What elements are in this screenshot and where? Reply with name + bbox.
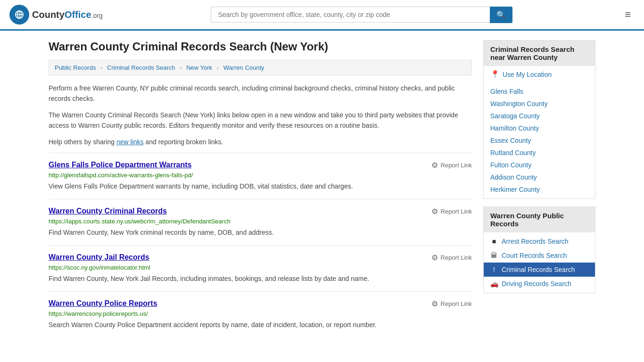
pub-record-item[interactable]: ! Criminal Records Search (484, 263, 595, 277)
logo-area: CountyOffice.org (9, 5, 103, 25)
record-title[interactable]: Glens Falls Police Department Warrants (49, 161, 192, 169)
pub-record-item[interactable]: 🏛 Court Records Search (484, 248, 595, 263)
report-icon: ⚙ (431, 207, 438, 216)
nearby-link[interactable]: Herkimer County (490, 186, 540, 193)
para3-after: and reporting broken links. (144, 138, 223, 146)
record-desc: Find Warren County, New York Jail Record… (49, 274, 472, 284)
description-para3: Help others by sharing new links and rep… (49, 137, 472, 147)
records-list: Glens Falls Police Department Warrants ⚙… (49, 153, 472, 337)
breadcrumb-public-records[interactable]: Public Records (55, 64, 96, 71)
nearby-list-item: Essex County (484, 134, 595, 147)
menu-button[interactable]: ≡ (621, 7, 635, 23)
new-links-link[interactable]: new links (116, 138, 144, 146)
nearby-link[interactable]: Saratoga County (490, 112, 540, 120)
report-icon: ⚙ (431, 161, 438, 170)
report-label: Report Link (441, 208, 472, 215)
record-item: Warren County Jail Records ⚙ Report Link… (49, 245, 472, 291)
nearby-list-item: Fulton County (484, 159, 595, 171)
breadcrumb-sep3: › (217, 64, 219, 71)
search-icon: 🔍 (496, 11, 506, 19)
public-records-section: Warren County Public Records ■ Arrest Re… (483, 206, 595, 293)
nearby-link[interactable]: Glens Falls (490, 88, 523, 95)
record-header: Warren County Police Reports ⚙ Report Li… (49, 299, 472, 308)
para3-before: Help others by sharing (49, 138, 116, 146)
public-records-list: ■ Arrest Records Search 🏛 Court Records … (484, 232, 595, 293)
report-link[interactable]: ⚙ Report Link (431, 299, 472, 308)
pub-record-link[interactable]: Arrest Records Search (502, 238, 569, 245)
record-desc: View Glens Falls Police Department warra… (49, 181, 472, 191)
nearby-link[interactable]: Addison County (490, 173, 537, 181)
record-item: Warren County Criminal Records ⚙ Report … (49, 199, 472, 245)
search-input[interactable] (211, 7, 490, 23)
description-para1: Perform a free Warren County, NY public … (49, 83, 472, 104)
record-desc: Search Warren County Police Department a… (49, 320, 472, 330)
logo-icon (9, 5, 29, 25)
record-url[interactable]: https://scoc.ny.gov/inmatelocator.html (49, 264, 472, 271)
nearby-header: Criminal Records Search near Warren Coun… (484, 41, 595, 66)
logo-text: CountyOffice.org (32, 9, 103, 20)
report-link[interactable]: ⚙ Report Link (431, 253, 472, 262)
nearby-link[interactable]: Washington County (490, 100, 548, 107)
rec-icon: ■ (490, 238, 498, 245)
content-area: Warren County Criminal Records Search (N… (49, 40, 472, 337)
nearby-link[interactable]: Rutland County (490, 149, 536, 156)
nearby-link[interactable]: Essex County (490, 137, 531, 144)
record-item: Warren County Police Reports ⚙ Report Li… (49, 291, 472, 337)
sidebar: Criminal Records Search near Warren Coun… (483, 40, 595, 337)
pub-record-item[interactable]: 🚗 Driving Records Search (484, 277, 595, 291)
report-link[interactable]: ⚙ Report Link (431, 207, 472, 216)
menu-icon: ≡ (625, 8, 631, 20)
nearby-list-item: Washington County (484, 98, 595, 110)
record-header: Glens Falls Police Department Warrants ⚙… (49, 161, 472, 170)
report-label: Report Link (441, 254, 472, 261)
breadcrumb-sep2: › (180, 64, 182, 71)
record-desc: Find Warren County, New York criminal re… (49, 228, 472, 238)
report-label: Report Link (441, 162, 472, 169)
nearby-section: Criminal Records Search near Warren Coun… (483, 40, 595, 199)
record-title[interactable]: Warren County Jail Records (49, 253, 149, 262)
pub-record-link[interactable]: Court Records Search (502, 252, 567, 259)
nearby-list-item: Herkimer County (484, 183, 595, 196)
report-icon: ⚙ (431, 299, 438, 308)
nearby-list-item: Addison County (484, 171, 595, 183)
report-link[interactable]: ⚙ Report Link (431, 161, 472, 170)
page-title: Warren County Criminal Records Search (N… (49, 40, 472, 53)
location-icon: 📍 (490, 70, 500, 79)
description-para2: The Warren County Criminal Records Searc… (49, 110, 472, 131)
breadcrumb-warren-county[interactable]: Warren County (223, 64, 264, 71)
breadcrumb-sep: › (100, 64, 102, 71)
record-title[interactable]: Warren County Criminal Records (49, 207, 167, 215)
record-url[interactable]: https://iapps.courts.state.ny.us/webcrim… (49, 218, 472, 225)
record-header: Warren County Jail Records ⚙ Report Link (49, 253, 472, 262)
use-location-label: Use My Location (503, 71, 552, 78)
breadcrumb: Public Records › Criminal Records Search… (49, 60, 472, 75)
site-header: CountyOffice.org 🔍 ≡ (0, 0, 644, 31)
nearby-list-item: Glens Falls (484, 85, 595, 98)
report-icon: ⚙ (431, 253, 438, 262)
rec-icon: ! (490, 266, 498, 273)
record-url[interactable]: http://glensfallspd.com/active-warrants-… (49, 172, 472, 179)
nearby-link[interactable]: Hamilton County (490, 124, 539, 132)
nearby-list-item: Rutland County (484, 147, 595, 159)
search-area: 🔍 (211, 7, 512, 23)
nearby-list: Glens FallsWashington CountySaratoga Cou… (484, 82, 595, 198)
nearby-list-item: Hamilton County (484, 122, 595, 134)
search-button[interactable]: 🔍 (490, 7, 512, 23)
record-header: Warren County Criminal Records ⚙ Report … (49, 207, 472, 216)
breadcrumb-new-york[interactable]: New York (186, 64, 212, 71)
use-location-button[interactable]: 📍 Use My Location (484, 66, 595, 82)
report-label: Report Link (441, 300, 472, 307)
rec-icon: 🚗 (490, 280, 498, 288)
rec-icon: 🏛 (490, 252, 498, 259)
nearby-link[interactable]: Fulton County (490, 161, 531, 169)
pub-record-link[interactable]: Driving Records Search (502, 280, 571, 288)
pub-record-link[interactable]: Criminal Records Search (502, 266, 575, 273)
record-url[interactable]: https://warrencsony.policereports.us/ (49, 310, 472, 317)
record-title[interactable]: Warren County Police Reports (49, 299, 157, 308)
record-item: Glens Falls Police Department Warrants ⚙… (49, 153, 472, 199)
main-container: Warren County Criminal Records Search (N… (39, 31, 605, 347)
pub-record-item[interactable]: ■ Arrest Records Search (484, 234, 595, 248)
public-records-header: Warren County Public Records (484, 207, 595, 232)
breadcrumb-criminal-records[interactable]: Criminal Records Search (107, 64, 175, 71)
nearby-list-item: Saratoga County (484, 110, 595, 122)
